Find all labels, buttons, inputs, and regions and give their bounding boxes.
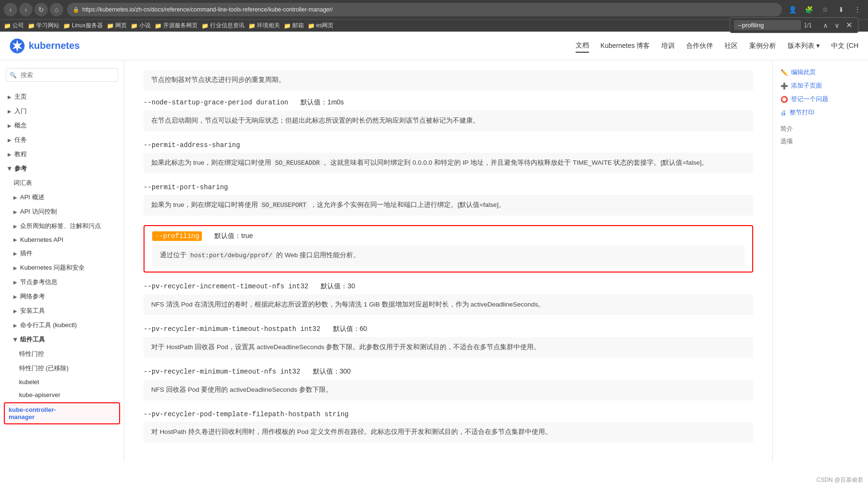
right-sidebar-report-issue[interactable]: ⭕ 登记一个问题 bbox=[780, 95, 860, 103]
right-sidebar-edit[interactable]: ✏️ 编辑此页 bbox=[780, 68, 860, 77]
toc-options: 选项 bbox=[780, 137, 860, 146]
param-name-pv-hostpath-min: --pv-recycler-minimum-timeout-hostpath i… bbox=[144, 325, 321, 333]
sidebar-item-tasks[interactable]: ▶ 任务 bbox=[0, 133, 124, 147]
bookmark-opensource[interactable]: 📁 开源服务网页 bbox=[155, 22, 198, 30]
sidebar-item-kubelet[interactable]: kubelet bbox=[0, 375, 124, 388]
sidebar-item-network-ref[interactable]: ▶ 网络参考 bbox=[0, 289, 124, 304]
sidebar-item-feature-gates-removed[interactable]: 特性门控 (已移除) bbox=[0, 361, 124, 375]
logo-area: kubernetes bbox=[10, 38, 80, 54]
sidebar-item-well-known[interactable]: ▶ 众所周知的标签、注解和污点 bbox=[0, 219, 124, 233]
sidebar-item-start[interactable]: ▶ 入门 bbox=[0, 104, 124, 118]
chevron-open-icon-2: ▶ bbox=[13, 338, 18, 341]
nav-blog[interactable]: Kubernetes 博客 bbox=[601, 40, 650, 52]
chevron-icon: ▶ bbox=[8, 123, 11, 128]
param-name-profiling: --profiling bbox=[152, 231, 202, 241]
find-count: 1/1 bbox=[804, 22, 818, 29]
node-sync-desc: 节点控制器对节点状态进行同步的重复周期。 bbox=[144, 70, 753, 91]
sidebar: 🔍 ▶ 主页 ▶ 入门 ▶ 概念 ▶ 任务 ▶ 教程 bbox=[0, 60, 124, 462]
find-close-button[interactable]: ✕ bbox=[844, 20, 854, 31]
folder-icon-2: 📁 bbox=[28, 23, 35, 29]
bookmark-learning[interactable]: 📁 学习网站 bbox=[28, 22, 59, 30]
param-name-permit-address: --permit-address-sharing bbox=[144, 141, 240, 149]
bookmark-es[interactable]: 📁 es网页 bbox=[308, 22, 334, 30]
extensions-button[interactable]: 🧩 bbox=[802, 3, 815, 16]
sidebar-item-kube-controller-manager[interactable]: kube-controller-manager bbox=[4, 402, 120, 424]
folder-icon-8: 📁 bbox=[248, 23, 256, 29]
param-desc-profiling: 通过位于 host:port/debug/pprof/ 的 Web 接口启用性能… bbox=[152, 245, 745, 266]
sidebar-item-concepts[interactable]: ▶ 概念 bbox=[0, 118, 124, 133]
bookmark-company[interactable]: 📁 公司 bbox=[4, 22, 24, 30]
sidebar-item-glossary[interactable]: 词汇表 bbox=[0, 176, 124, 190]
sidebar-item-reference[interactable]: ▶ 参考 bbox=[0, 161, 124, 176]
back-button[interactable]: ‹ bbox=[4, 3, 17, 16]
bookmark-env[interactable]: 📁 环境相关 bbox=[248, 22, 280, 30]
sidebar-item-plugins[interactable]: ▶ 插件 bbox=[0, 246, 124, 261]
top-navigation: kubernetes 文档 Kubernetes 博客 培训 合作伙伴 社区 案… bbox=[0, 32, 868, 60]
sidebar-item-security[interactable]: ▶ Kubernetes 问题和安全 bbox=[0, 261, 124, 275]
find-prev-button[interactable]: ∧ bbox=[821, 21, 830, 30]
nav-training[interactable]: 培训 bbox=[661, 40, 675, 52]
chevron-open-icon: ▶ bbox=[7, 167, 12, 171]
param-name-pv-nfs-increment: --pv-recycler-increment-timeout-nfs int3… bbox=[144, 283, 308, 290]
nav-docs[interactable]: 文档 bbox=[576, 39, 589, 53]
folder-icon-4: 📁 bbox=[107, 23, 114, 29]
right-sidebar-toc: 简介 选项 bbox=[780, 125, 860, 146]
sidebar-item-k8s-api[interactable]: ▶ Kubernetes API bbox=[0, 233, 124, 246]
bookmark-button[interactable]: ☆ bbox=[818, 3, 832, 16]
sidebar-item-node-ref[interactable]: ▶ 节点参考信息 bbox=[0, 275, 124, 289]
find-input[interactable] bbox=[734, 20, 801, 30]
sidebar-item-install-tools[interactable]: ▶ 安装工具 bbox=[0, 304, 124, 318]
folder-icon-5: 📁 bbox=[131, 23, 138, 29]
sidebar-item-tutorials[interactable]: ▶ 教程 bbox=[0, 147, 124, 161]
download-button[interactable]: ⬇ bbox=[835, 3, 848, 16]
chevron-icon: ▶ bbox=[13, 251, 17, 256]
right-sidebar-print[interactable]: 🖨 整节打印 bbox=[780, 108, 860, 117]
folder-icon-9: 📁 bbox=[284, 23, 291, 29]
issue-icon: ⭕ bbox=[780, 96, 788, 103]
chevron-icon: ▶ bbox=[8, 94, 11, 100]
reload-button[interactable]: ↻ bbox=[34, 3, 48, 16]
bookmark-mail[interactable]: 📁 邮箱 bbox=[284, 22, 304, 30]
chevron-icon: ▶ bbox=[13, 224, 17, 229]
nav-partners[interactable]: 合作伙伴 bbox=[686, 40, 713, 52]
sidebar-item-feature-gates[interactable]: 特性门控 bbox=[0, 347, 124, 361]
address-bar[interactable]: 🔒 https://kubernetes.io/zh-cn/docs/refer… bbox=[67, 3, 782, 16]
sidebar-item-kube-apiserver[interactable]: kube-apiserver bbox=[0, 388, 124, 401]
sidebar-item-api-access[interactable]: ▶ API 访问控制 bbox=[0, 205, 124, 219]
sidebar-label: 插件 bbox=[20, 249, 33, 258]
bookmark-novel[interactable]: 📁 小说 bbox=[131, 22, 151, 30]
sidebar-item-component-tools[interactable]: ▶ 组件工具 bbox=[0, 332, 124, 347]
chevron-icon: ▶ bbox=[13, 209, 17, 215]
right-sidebar-add-subpage[interactable]: ➕ 添加子页面 bbox=[780, 81, 860, 90]
nav-language[interactable]: 中文 (CH bbox=[831, 40, 858, 52]
bookmark-industry[interactable]: 📁 行业信息资讯 bbox=[201, 22, 245, 30]
bookmark-web[interactable]: 📁 网页 bbox=[107, 22, 127, 30]
param-default-node-startup: 默认值：1m0s bbox=[294, 98, 344, 106]
search-input[interactable] bbox=[6, 68, 118, 82]
find-next-button[interactable]: ∨ bbox=[833, 21, 841, 30]
chevron-icon: ▶ bbox=[8, 109, 11, 114]
nav-community[interactable]: 社区 bbox=[724, 40, 738, 52]
lock-icon: 🔒 bbox=[73, 7, 79, 13]
sidebar-item-api-overview[interactable]: ▶ API 概述 bbox=[0, 190, 124, 205]
sidebar-label: 参考 bbox=[14, 164, 27, 173]
sidebar-label: Kubernetes 问题和安全 bbox=[20, 263, 85, 272]
settings-button[interactable]: ⋮ bbox=[851, 3, 864, 16]
param-default-pv-hostpath-min: 默认值：60 bbox=[326, 325, 367, 332]
param-pv-hostpath-min: --pv-recycler-minimum-timeout-hostpath i… bbox=[144, 325, 753, 358]
forward-button[interactable]: › bbox=[19, 3, 33, 16]
chevron-icon: ▶ bbox=[13, 294, 17, 299]
bookmark-linux[interactable]: 📁 Linux服务器 bbox=[63, 22, 103, 30]
nav-case-studies[interactable]: 案例分析 bbox=[749, 40, 776, 52]
home-button[interactable]: ⌂ bbox=[50, 3, 63, 16]
sidebar-item-kubectl[interactable]: ▶ 命令行工具 (kubectl) bbox=[0, 318, 124, 332]
chevron-icon: ▶ bbox=[13, 323, 17, 328]
sidebar-item-home[interactable]: ▶ 主页 bbox=[0, 90, 124, 104]
search-icon: 🔍 bbox=[10, 72, 17, 79]
logo-text: kubernetes bbox=[29, 40, 80, 51]
nav-versions[interactable]: 版本列表 ▾ bbox=[788, 40, 820, 52]
sidebar-label: 特性门控 (已移除) bbox=[19, 364, 68, 373]
content-area: 🔍 ▶ 主页 ▶ 入门 ▶ 概念 ▶ 任务 ▶ 教程 bbox=[0, 60, 868, 462]
profile-button[interactable]: 👤 bbox=[786, 3, 799, 16]
sidebar-label: 命令行工具 (kubectl) bbox=[20, 321, 77, 330]
